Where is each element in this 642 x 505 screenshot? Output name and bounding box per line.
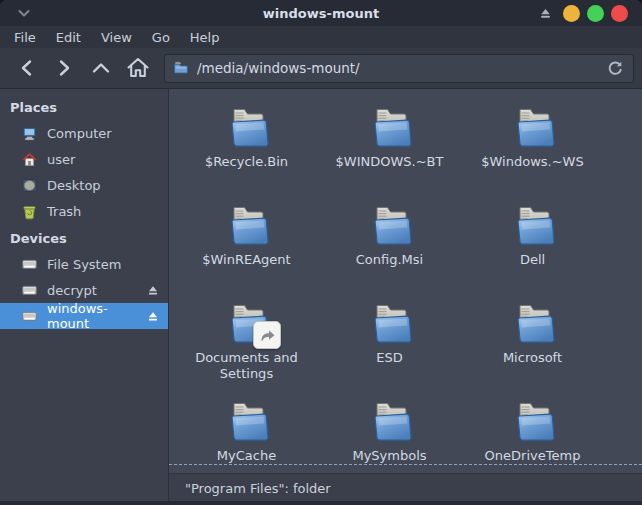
menu-go[interactable]: Go <box>142 28 180 47</box>
folder-item[interactable]: Dell <box>461 201 604 299</box>
folder-icon <box>509 397 557 445</box>
titlebar-eject-button[interactable] <box>538 7 553 20</box>
window-close-button[interactable] <box>611 5 628 22</box>
shortcut-emblem-icon <box>253 321 281 349</box>
drive-icon <box>21 282 38 299</box>
devices-header: Devices <box>0 224 168 251</box>
folder-item[interactable]: Microsoft <box>461 299 604 397</box>
places-header: Places <box>0 93 168 120</box>
folder-label: $Recycle.Bin <box>202 154 291 170</box>
drive-icon <box>21 308 38 325</box>
sidebar-item-label: Trash <box>47 204 81 219</box>
folder-grid: $Recycle.Bin $WINDOWS.~BT $Windows.~WS $… <box>169 89 642 473</box>
eject-button[interactable] <box>146 284 160 297</box>
menu-edit[interactable]: Edit <box>46 28 91 47</box>
sidebar-item-windows-mount[interactable]: windows-mount <box>0 303 168 329</box>
refresh-button[interactable] <box>603 57 626 80</box>
folder-item[interactable]: $WinREAgent <box>175 201 318 299</box>
sidebar: Places Computer user Desktop Trash Devic… <box>0 89 169 502</box>
folder-item[interactable]: $Recycle.Bin <box>175 103 318 201</box>
folder-icon <box>223 201 271 249</box>
folder-icon <box>366 299 414 347</box>
window-maximize-button[interactable] <box>587 5 604 22</box>
menu-view[interactable]: View <box>91 28 142 47</box>
status-bar: "Program Files": folder <box>169 473 642 502</box>
home-icon <box>21 151 38 168</box>
folder-label: Dell <box>517 252 548 268</box>
sidebar-item-label: Desktop <box>47 178 101 193</box>
folder-icon <box>509 299 557 347</box>
computer-icon <box>21 125 38 142</box>
sidebar-item-label: File System <box>47 257 121 272</box>
folder-label: $WINDOWS.~BT <box>333 154 447 170</box>
folder-item[interactable]: OneDriveTemp <box>461 397 604 473</box>
folder-label: Config.Msi <box>353 252 426 268</box>
folder-item-shortcut[interactable]: Documents and Settings <box>175 299 318 397</box>
back-icon <box>14 55 40 81</box>
folder-label: Documents and Settings <box>183 350 311 383</box>
drive-icon <box>21 256 38 273</box>
sidebar-item-label: decrypt <box>47 283 97 298</box>
folder-label: Microsoft <box>500 350 565 366</box>
folder-item[interactable]: $Windows.~WS <box>461 103 604 201</box>
folder-icon <box>366 103 414 151</box>
home-button[interactable] <box>119 52 156 84</box>
folder-label: $WinREAgent <box>199 252 293 268</box>
chevron-down-icon <box>14 3 34 23</box>
path-bar[interactable]: /media/windows-mount/ <box>164 54 634 83</box>
path-input[interactable]: /media/windows-mount/ <box>197 60 603 76</box>
forward-icon <box>51 55 77 81</box>
content-column: $Recycle.Bin $WINDOWS.~BT $Windows.~WS $… <box>169 89 642 502</box>
folder-icon <box>366 201 414 249</box>
refresh-icon <box>605 59 624 78</box>
main-area: Places Computer user Desktop Trash Devic… <box>0 89 642 502</box>
folder-icon <box>223 103 271 151</box>
window-controls <box>538 5 642 22</box>
trash-icon <box>21 203 38 220</box>
menubar: File Edit View Go Help <box>0 26 642 48</box>
sidebar-item-trash[interactable]: Trash <box>0 198 168 224</box>
folder-icon <box>172 59 190 77</box>
status-text: "Program Files": folder <box>185 481 331 496</box>
folder-label: MyCache <box>214 448 279 464</box>
up-button[interactable] <box>82 52 119 84</box>
sidebar-item-user[interactable]: user <box>0 146 168 172</box>
folder-label: OneDriveTemp <box>482 448 584 464</box>
folder-icon <box>366 397 414 445</box>
folder-item[interactable]: $WINDOWS.~BT <box>318 103 461 201</box>
folder-item[interactable]: MySymbols <box>318 397 461 473</box>
sidebar-item-label: windows-mount <box>47 301 146 331</box>
window-bottom-edge <box>0 501 642 505</box>
folder-item[interactable]: ESD <box>318 299 461 397</box>
eject-icon <box>538 7 553 20</box>
back-button[interactable] <box>8 52 45 84</box>
folder-label: MySymbols <box>349 448 429 464</box>
folder-icon <box>509 103 557 151</box>
toolbar: /media/windows-mount/ <box>0 48 642 89</box>
menu-file[interactable]: File <box>4 28 46 47</box>
sidebar-item-desktop[interactable]: Desktop <box>0 172 168 198</box>
sidebar-item-computer[interactable]: Computer <box>0 120 168 146</box>
sidebar-item-decrypt[interactable]: decrypt <box>0 277 168 303</box>
folder-icon <box>509 201 557 249</box>
sidebar-item-label: user <box>47 152 75 167</box>
folder-view[interactable]: $Recycle.Bin $WINDOWS.~BT $Windows.~WS $… <box>169 89 642 473</box>
desktop-icon <box>21 177 38 194</box>
home-icon <box>125 55 151 81</box>
menu-help[interactable]: Help <box>180 28 230 47</box>
sidebar-item-file-system[interactable]: File System <box>0 251 168 277</box>
window-shade-button[interactable] <box>14 3 34 23</box>
file-manager-window: windows-mount File Edit View Go Help <box>0 0 642 505</box>
folder-item[interactable]: MyCache <box>175 397 318 473</box>
eject-button[interactable] <box>146 310 160 323</box>
folder-label: ESD <box>373 350 405 366</box>
forward-button[interactable] <box>45 52 82 84</box>
folder-icon <box>223 397 271 445</box>
folder-label: $Windows.~WS <box>478 154 586 170</box>
titlebar: windows-mount <box>0 0 642 26</box>
folder-item[interactable]: Config.Msi <box>318 201 461 299</box>
window-minimize-button[interactable] <box>563 5 580 22</box>
up-icon <box>88 55 114 81</box>
sidebar-item-label: Computer <box>47 126 112 141</box>
